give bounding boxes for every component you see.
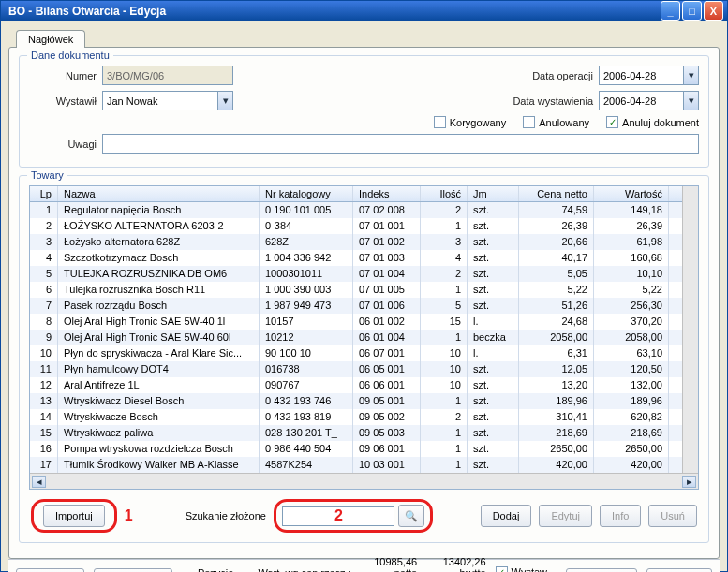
table-row[interactable]: 1Regulator napięcia Bosch0 190 101 00507… (30, 202, 682, 218)
legend-towary: Towary (27, 169, 67, 181)
client-area: Nagłówek Dane dokumentu Numer Data opera… (1, 21, 727, 572)
wystawil-field[interactable]: ▾ (102, 91, 233, 110)
uwagi-field[interactable] (102, 134, 699, 154)
chevron-down-icon[interactable]: ▾ (683, 91, 699, 110)
value-wart-rzecz-netto: 10985,46 netto (361, 556, 417, 573)
table-row[interactable]: 11Płyn hamulcowy DOT401673806 05 00110sz… (30, 361, 682, 377)
importuj-button[interactable]: Importuj (43, 505, 105, 527)
label-szukanie: Szukanie złożone (186, 510, 266, 521)
table-row[interactable]: 8Olej Aral High Tronic SAE 5W-40 1l10157… (30, 314, 682, 330)
usun-button[interactable]: Usuń (648, 505, 697, 527)
table-row[interactable]: 14Wtryskiwacze Bosch0 432 193 81909 05 0… (30, 409, 682, 425)
vertical-scrollbar[interactable] (682, 186, 698, 473)
label-wart-rzecz: Wart. wg cen rzecz.: (243, 567, 350, 573)
annotation-1-number: 1 (125, 507, 133, 524)
group-dane-dokumentu: Dane dokumentu Numer Data operacji ▾ Wys… (19, 55, 709, 168)
table-row[interactable]: 4Szczotkotrzymacz Bosch1 004 336 94207 0… (30, 250, 682, 266)
chevron-down-icon[interactable]: ▾ (683, 66, 699, 85)
arrow-left-icon[interactable]: ◂ (32, 476, 46, 488)
numer-field (102, 66, 233, 85)
arrow-right-icon[interactable]: ▸ (682, 476, 696, 488)
data-operacji-field[interactable]: ▾ (599, 66, 699, 85)
table-row[interactable]: 15Wtryskiwacz paliwa028 130 201 T_09 05 … (30, 425, 682, 441)
podglad-button[interactable]: 🔍Podgląd (94, 568, 172, 573)
search-button[interactable]: 🔍 (398, 505, 424, 527)
annotation-1: Importuj (31, 499, 117, 533)
chevron-down-icon[interactable]: ▾ (217, 91, 233, 110)
label-data-operacji: Data operacji (496, 70, 599, 81)
checkbox-anulowany[interactable]: Anulowany (523, 116, 589, 128)
legend-dane: Dane dokumentu (27, 50, 113, 61)
maximize-button[interactable]: □ (682, 1, 702, 21)
info-button[interactable]: Info (600, 505, 641, 527)
tabstrip: Nagłówek (8, 26, 720, 47)
drukuj-button[interactable]: 🖨Drukuj (16, 568, 84, 573)
checkbox-korygowany[interactable]: Korygowany (434, 116, 507, 128)
table-row[interactable]: 7Pasek rozrządu Bosch1 987 949 47307 01 … (30, 298, 682, 314)
dodaj-button[interactable]: Dodaj (481, 505, 532, 527)
checkbox-anuluj-dokument[interactable]: ✓Anuluj dokument (606, 116, 699, 128)
label-data-wystawienia: Data wystawienia (496, 95, 599, 107)
table-row[interactable]: 9Olej Aral High Tronic SAE 5W-40 60l1021… (30, 330, 682, 345)
horizontal-scrollbar[interactable]: ◂ ▸ (30, 473, 698, 489)
checkbox-wystaw[interactable]: ✓Wystaw (496, 566, 547, 573)
group-towary: Towary Lp Nazwa Nr katalogowy Indeks Ilo… (19, 175, 709, 543)
grid-body[interactable]: 1Regulator napięcia Bosch0 190 101 00507… (30, 202, 682, 473)
label-wystawil: Wystawił (29, 95, 102, 107)
grid-header: Lp Nazwa Nr katalogowy Indeks Ilość Jm C… (30, 186, 682, 202)
goods-button-row: Importuj 1 Szukanie złożone 2 🔍 Dodaj Ed… (29, 490, 699, 535)
goods-grid: Lp Nazwa Nr katalogowy Indeks Ilość Jm C… (29, 185, 699, 490)
edytuj-button[interactable]: Edytuj (539, 505, 592, 527)
label-numer: Numer (29, 70, 102, 81)
titlebar: BO - Bilans Otwarcia - Edycja _ □ X (1, 1, 727, 21)
main-panel: Dane dokumentu Numer Data operacji ▾ Wys… (8, 47, 720, 559)
anuluj-button[interactable]: ✖Anuluj (646, 568, 712, 573)
table-row[interactable]: 10Płyn do spryskiwacza - Aral Klare Sic.… (30, 345, 682, 361)
data-wystawienia-field[interactable]: ▾ (599, 91, 699, 110)
table-row[interactable]: 12Aral Antifreze 1L09076706 06 00110szt.… (30, 377, 682, 393)
table-row[interactable]: 6Tulejka rozrusznika Bosch R111 000 390 … (30, 282, 682, 298)
table-row[interactable]: 3Łożysko alternatora 628Z628Z07 01 0023s… (30, 234, 682, 250)
window-title: BO - Bilans Otwarcia - Edycja (5, 5, 659, 18)
close-button[interactable]: X (704, 1, 723, 21)
table-row[interactable]: 5TULEJKA ROZRUSZNIKA DB OM6100030101107 … (30, 266, 682, 282)
annotation-2-number: 2 (334, 507, 343, 524)
table-row[interactable]: 16Pompa wtryskowa rozdzielcza Bosch0 986… (30, 441, 682, 457)
tab-naglowek[interactable]: Nagłówek (16, 30, 85, 48)
zapisz-button[interactable]: 💾Zapisz (566, 568, 637, 573)
table-row[interactable]: 2ŁOŻYSKO ALTERNATORA 6203-20-38407 01 00… (30, 218, 682, 234)
footer: 🖨Drukuj 🔍Podgląd ? Pozycje 24 Wart. wg c… (8, 559, 720, 572)
value-wart-rzecz-brutto: 13402,26 brutto (426, 556, 485, 573)
label-uwagi: Uwagi (29, 139, 102, 150)
table-row[interactable]: 17Tłumik Środkowy Walker MB A-Klasse4587… (30, 457, 682, 473)
label-pozycje: Pozycje (198, 567, 234, 573)
minimize-button[interactable]: _ (661, 1, 680, 21)
annotation-2: 2 🔍 (274, 499, 433, 533)
window: BO - Bilans Otwarcia - Edycja _ □ X Nagł… (0, 0, 728, 572)
table-row[interactable]: 13Wtryskiwacz Diesel Bosch0 432 193 7460… (30, 393, 682, 409)
magnifier-icon: 🔍 (405, 510, 418, 522)
